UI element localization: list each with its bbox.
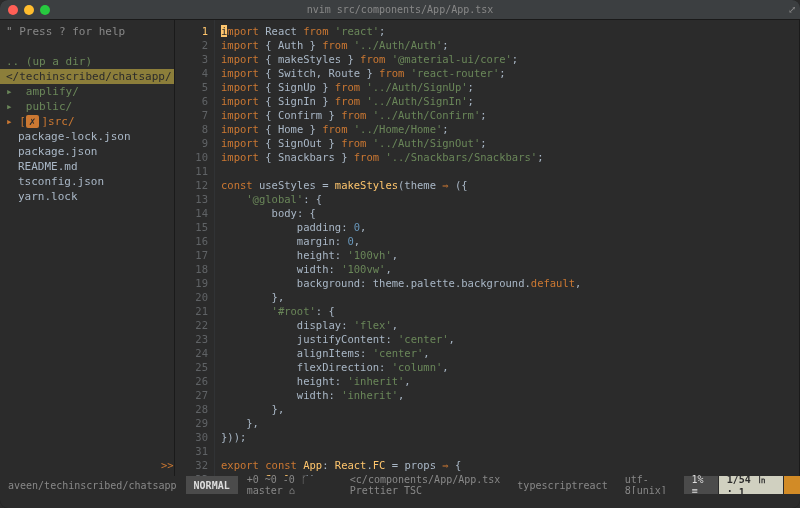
file-tree[interactable]: " Press ? for help .. (up a dir) </techi… — [0, 20, 175, 476]
tree-root[interactable]: </techinscribed/chatsapp/ — [0, 69, 174, 84]
line-number: 25 — [175, 360, 208, 374]
code-line[interactable]: alignItems: 'center', — [221, 346, 794, 360]
line-number: 32 — [175, 458, 208, 472]
code-line[interactable]: width: 'inherit', — [221, 388, 794, 402]
tree-item[interactable]: tsconfig.json — [0, 174, 174, 189]
zoom-icon[interactable] — [40, 5, 50, 15]
line-number: 9 — [175, 136, 208, 150]
code-line[interactable]: body: { — [221, 206, 794, 220]
code-line[interactable] — [221, 444, 794, 458]
tree-item[interactable]: package.json — [0, 144, 174, 159]
editor-body: " Press ? for help .. (up a dir) </techi… — [0, 20, 800, 476]
status-file: <c/components/App/App.tsx Prettier TSC — [342, 476, 510, 494]
minimize-icon[interactable] — [24, 5, 34, 15]
code-line[interactable]: width: '100vw', — [221, 262, 794, 276]
status-mode: NORMAL — [186, 476, 239, 494]
code-line[interactable]: import React from 'react'; — [221, 24, 794, 38]
code-line[interactable]: import { SignIn } from '../Auth/SignIn'; — [221, 94, 794, 108]
close-icon[interactable] — [8, 5, 18, 15]
line-number: 30 — [175, 430, 208, 444]
line-number: 11 — [175, 164, 208, 178]
line-number: 22 — [175, 318, 208, 332]
line-number: 27 — [175, 388, 208, 402]
command-line[interactable] — [0, 494, 800, 508]
code-line[interactable]: import { Snackbars } from '../Snackbars/… — [221, 150, 794, 164]
traffic-lights — [8, 5, 50, 15]
titlebar[interactable]: nvim src/components/App/App.tsx ⤢ — [0, 0, 800, 20]
line-number: 1 — [175, 24, 208, 38]
line-number-gutter: 1234567891011121314151617181920212223242… — [175, 20, 215, 476]
line-number: 2 — [175, 38, 208, 52]
line-number: 20 — [175, 290, 208, 304]
resize-icon[interactable]: ⤢ — [788, 4, 796, 15]
tree-item[interactable]: ▸ [✗]src/ — [0, 114, 174, 129]
terminal-window: nvim src/components/App/App.tsx ⤢ " Pres… — [0, 0, 800, 508]
code-line[interactable]: const useStyles = makeStyles(theme ⇒ ({ — [221, 178, 794, 192]
code-line[interactable]: height: '100vh', — [221, 248, 794, 262]
code-line[interactable]: margin: 0, — [221, 234, 794, 248]
line-number: 14 — [175, 206, 208, 220]
code-line[interactable]: }, — [221, 416, 794, 430]
line-number: 3 — [175, 52, 208, 66]
code-line[interactable]: }, — [221, 290, 794, 304]
status-filetype: typescriptreact — [509, 476, 616, 494]
status-encoding: utf-8[unix] — [617, 476, 684, 494]
status-cwd: aveen/techinscribed/chatsapp — [0, 476, 186, 494]
code-line[interactable]: import { Confirm } from '../Auth/Confirm… — [221, 108, 794, 122]
status-git: +0 ~0 -0 ᚴ master ⌂ — [239, 476, 342, 494]
tree-item[interactable]: yarn.lock — [0, 189, 174, 204]
line-number: 23 — [175, 332, 208, 346]
line-number: 10 — [175, 150, 208, 164]
status-percent: 1% ≡ — [684, 476, 719, 494]
code-line[interactable]: flexDirection: 'column', — [221, 360, 794, 374]
code-line[interactable]: height: 'inherit', — [221, 374, 794, 388]
line-number: 28 — [175, 402, 208, 416]
status-position: 1/54 ㏑ : 1 — [719, 476, 784, 494]
statusline: aveen/techinscribed/chatsapp NORMAL +0 ~… — [0, 476, 800, 494]
code-line[interactable]: padding: 0, — [221, 220, 794, 234]
line-number: 13 — [175, 192, 208, 206]
status-accent — [784, 476, 800, 494]
window-title: nvim src/components/App/App.tsx — [307, 4, 494, 15]
line-number: 7 — [175, 108, 208, 122]
line-number: 24 — [175, 346, 208, 360]
line-number: 6 — [175, 94, 208, 108]
code-line[interactable]: import { SignUp } from '../Auth/SignUp'; — [221, 80, 794, 94]
code-line[interactable]: import { Home } from '../Home/Home'; — [221, 122, 794, 136]
tree-updir[interactable]: .. (up a dir) — [0, 54, 174, 69]
tree-item[interactable]: ▸ public/ — [0, 99, 174, 114]
code-line[interactable]: import { Switch, Route } from 'react-rou… — [221, 66, 794, 80]
line-number: 12 — [175, 178, 208, 192]
line-number: 17 — [175, 248, 208, 262]
tree-item[interactable]: ▸ amplify/ — [0, 84, 174, 99]
line-number: 4 — [175, 66, 208, 80]
line-number: 5 — [175, 80, 208, 94]
tree-item[interactable]: package-lock.json — [0, 129, 174, 144]
tree-blank — [0, 39, 174, 54]
code-line[interactable] — [221, 164, 794, 178]
code-line[interactable]: import { SignOut } from '../Auth/SignOut… — [221, 136, 794, 150]
code-line[interactable]: '@global': { — [221, 192, 794, 206]
code-line[interactable]: justifyContent: 'center', — [221, 332, 794, 346]
code-line[interactable]: background: theme.palette.background.def… — [221, 276, 794, 290]
line-number: 19 — [175, 276, 208, 290]
line-number: 21 — [175, 304, 208, 318]
line-number: 16 — [175, 234, 208, 248]
code-editor[interactable]: import React from 'react';import { Auth … — [215, 20, 800, 476]
tree-item[interactable]: README.md — [0, 159, 174, 174]
line-number: 33 — [175, 472, 208, 476]
code-line[interactable]: }, — [221, 402, 794, 416]
code-line[interactable]: display: 'flex', — [221, 318, 794, 332]
code-line[interactable]: })); — [221, 430, 794, 444]
code-line[interactable]: '#root': { — [221, 304, 794, 318]
tree-help: " Press ? for help — [0, 24, 174, 39]
code-line[interactable]: export const App: React.FC = props ⇒ { — [221, 458, 794, 472]
line-number: 29 — [175, 416, 208, 430]
line-number: 31 — [175, 444, 208, 458]
line-number: 26 — [175, 374, 208, 388]
code-line[interactable]: import { Auth } from '../Auth/Auth'; — [221, 38, 794, 52]
line-number: 15 — [175, 220, 208, 234]
line-number: 18 — [175, 262, 208, 276]
code-line[interactable]: import { makeStyles } from '@material-ui… — [221, 52, 794, 66]
line-number: 8 — [175, 122, 208, 136]
